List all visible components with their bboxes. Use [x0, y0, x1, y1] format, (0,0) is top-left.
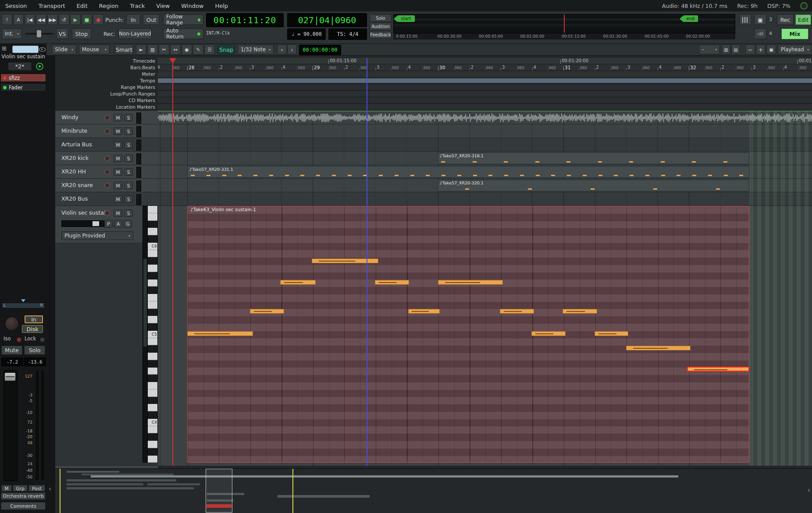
processor-led[interactable]: [3, 76, 7, 80]
playhead-line[interactable]: [172, 58, 173, 466]
midi-note[interactable]: [563, 309, 597, 314]
time-signature-display[interactable]: TS: 4/4: [328, 28, 367, 40]
gain-display[interactable]: -7.2: [1, 357, 23, 366]
trim-knob[interactable]: [4, 316, 19, 331]
piano-white-key[interactable]: [148, 301, 158, 309]
track-lane-xr20-hh[interactable]: ♪Take57_XR20-331.1: [158, 165, 812, 179]
midi-note-selected[interactable]: [687, 367, 749, 371]
midi-note[interactable]: [312, 258, 378, 263]
grid-icon[interactable]: ⊞: [2, 45, 7, 52]
solo-button[interactable]: S: [124, 195, 133, 203]
solo-button-strip[interactable]: Solo: [24, 346, 45, 355]
piano-white-key[interactable]: [148, 389, 158, 397]
piano-white-key[interactable]: [148, 404, 158, 411]
solo-button[interactable]: S: [124, 209, 133, 217]
midi-note[interactable]: [375, 280, 409, 285]
send-orchestra-reverb-button[interactable]: Orchestra reverb: [1, 492, 46, 500]
recorder-window-button[interactable]: Rec: [777, 14, 794, 25]
piano-white-key[interactable]: [148, 213, 158, 221]
summary-scroll-left-icon[interactable]: ‹: [49, 485, 51, 493]
mini-timeline[interactable]: start end: [393, 14, 735, 33]
ruler-range-markers[interactable]: [158, 84, 812, 91]
playlist-button[interactable]: P: [104, 220, 113, 228]
menu-item-region[interactable]: Region: [99, 3, 119, 9]
record-mode-button[interactable]: Non-Layered: [118, 28, 152, 39]
record-arm-button[interactable]: [104, 210, 110, 216]
track-name-label[interactable]: Minibrute: [61, 127, 87, 134]
monitor-section-button[interactable]: ◁)): [754, 28, 766, 39]
track-height-button[interactable]: ▤: [731, 45, 740, 54]
group-button[interactable]: G: [124, 220, 132, 228]
monitor-input-button[interactable]: In: [25, 315, 43, 323]
midi-region[interactable]: ♪Take57_XR20-331.1: [187, 166, 749, 178]
piano-white-key[interactable]: [148, 206, 158, 213]
follow-range-combo[interactable]: Follow Range: [163, 14, 203, 25]
track-lane-xr20-kick[interactable]: ♪Take57_XR20-318.1: [158, 152, 812, 165]
track-color-swatch[interactable]: [12, 46, 39, 53]
piano-white-key[interactable]: [148, 228, 158, 235]
shuttle-handle[interactable]: [37, 30, 41, 37]
piano-black-key[interactable]: [148, 323, 158, 331]
ruler-label-tempo[interactable]: Tempo: [55, 78, 158, 84]
record-arm-button[interactable]: [104, 169, 110, 175]
midi-note[interactable]: [408, 309, 440, 314]
play-button[interactable]: ▶: [70, 14, 81, 25]
midi-note[interactable]: [250, 309, 284, 314]
midi-region[interactable]: ♪Take57_XR20-320.1: [438, 180, 749, 191]
zoom-fit-button[interactable]: ▣: [766, 45, 776, 54]
visibility-eye-icon[interactable]: [39, 47, 46, 52]
auto-return-combo[interactable]: Auto Return: [163, 28, 203, 39]
mute-button[interactable]: M: [114, 141, 122, 149]
solo-button[interactable]: S: [124, 141, 133, 149]
midi-note[interactable]: [626, 346, 691, 350]
track-name-label[interactable]: Arturia Bus: [61, 141, 92, 148]
track-name-label[interactable]: XR20 HH: [61, 168, 86, 175]
stop-button[interactable]: ■: [82, 14, 92, 25]
menu-item-track[interactable]: Track: [130, 3, 145, 9]
processor-led[interactable]: [3, 86, 7, 89]
ruler-bars-beats[interactable]: 4960289602960396049602996029603960496030…: [158, 64, 812, 71]
grab-tool[interactable]: ►: [136, 45, 146, 55]
track-name-label[interactable]: XR20 Bus: [61, 195, 88, 202]
nudge-back-button[interactable]: ‹: [277, 45, 287, 54]
fader-view-button[interactable]: [739, 14, 751, 25]
zoom-in-button[interactable]: +: [756, 45, 766, 54]
piano-black-key[interactable]: [148, 221, 158, 228]
track-lane-minibrute[interactable]: [158, 124, 812, 138]
audition-button[interactable]: Audition: [370, 23, 392, 30]
track-header-windy[interactable]: WindyMS: [55, 111, 158, 124]
summary-scroll-right-icon[interactable]: ›: [808, 486, 810, 494]
processor-fader[interactable]: Fader: [0, 83, 46, 92]
gain-fader-handle[interactable]: [5, 373, 15, 381]
menu-item-edit[interactable]: Edit: [77, 3, 88, 9]
midi-note[interactable]: [500, 309, 534, 314]
midi-note[interactable]: [531, 331, 566, 336]
piano-black-key[interactable]: [148, 345, 158, 353]
midi-scroomer[interactable]: [142, 206, 148, 463]
tempo-display[interactable]: ♩ = 90.000: [287, 28, 326, 40]
range-tool[interactable]: ▥: [147, 45, 158, 55]
piano-white-key[interactable]: [148, 338, 158, 346]
peak-display[interactable]: -13.6: [24, 357, 46, 366]
midi-note[interactable]: [187, 331, 253, 336]
shuttle-control[interactable]: [25, 28, 53, 39]
meter-point-m-button[interactable]: M: [1, 485, 12, 492]
mute-button[interactable]: M: [114, 114, 122, 121]
mute-button[interactable]: Mute: [1, 346, 22, 355]
ruler-label-loop-punch-ranges[interactable]: Loop/Punch Ranges: [55, 91, 158, 97]
group-button[interactable]: *2*: [8, 62, 32, 71]
mixer-window-button[interactable]: Mix: [781, 28, 808, 39]
snap-mode-button[interactable]: Snap: [217, 45, 235, 54]
nudge-clock[interactable]: 00:00:00:00: [299, 45, 341, 55]
midi-note[interactable]: [595, 331, 628, 336]
mute-button[interactable]: M: [114, 127, 122, 135]
track-name-label[interactable]: Violin sec sustain: [61, 209, 109, 216]
smart-mode-button[interactable]: Smart: [115, 45, 133, 54]
mouse-mode-combo[interactable]: Mouse▾: [79, 45, 110, 54]
track-lane-xr20-snare[interactable]: ♪Take57_XR20-320.1: [158, 179, 812, 192]
ruler-timecode[interactable]: 00:01:15:0000:01:20:0000:01:2: [158, 58, 812, 64]
piano-white-key[interactable]: [148, 279, 158, 287]
record-arm-button[interactable]: [104, 115, 110, 120]
piano-black-key[interactable]: [148, 235, 158, 243]
comments-button[interactable]: Comments: [1, 502, 46, 510]
